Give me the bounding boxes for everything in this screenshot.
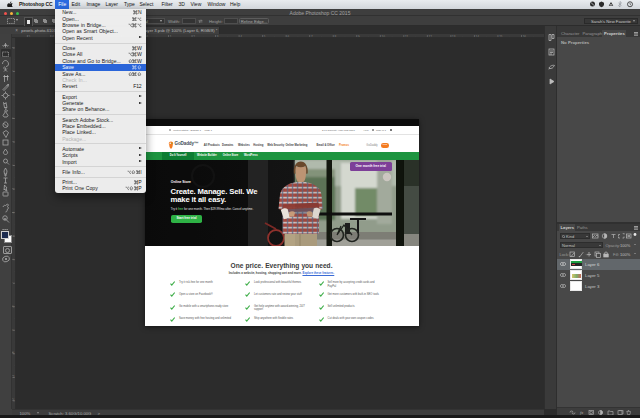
svg-text:0: 0 [146,34,148,38]
svg-text:11: 11 [405,34,408,38]
svg-text:15: 15 [499,34,503,38]
svg-text:8: 8 [334,34,336,38]
svg-text:2: 2 [193,34,195,38]
svg-text:7: 7 [310,34,312,38]
svg-text:6: 6 [12,258,15,260]
svg-text:16: 16 [522,34,526,38]
svg-text:6: 6 [287,34,289,38]
svg-text:8: 8 [12,305,15,307]
svg-text:4: 4 [12,211,15,213]
svg-text:10: 10 [12,351,15,355]
svg-text:5: 5 [28,34,30,38]
svg-text:14: 14 [475,34,479,38]
svg-text:fx: fx [580,410,583,415]
svg-text:4: 4 [240,34,242,38]
svg-text:3: 3 [216,34,218,38]
svg-text:2: 2 [12,70,15,72]
svg-text:12: 12 [428,34,432,38]
svg-text:1: 1 [12,141,15,143]
svg-text:10: 10 [381,34,385,38]
svg-text:11: 11 [12,374,15,377]
svg-text:12: 12 [12,398,15,402]
svg-text:3: 3 [12,47,15,49]
svg-text:4: 4 [52,34,54,38]
svg-text:1: 1 [169,34,171,38]
svg-text:9: 9 [357,34,359,38]
svg-text:2: 2 [12,164,15,166]
svg-text:5: 5 [12,235,15,237]
svg-text:5: 5 [263,34,265,38]
svg-text:13: 13 [452,34,456,38]
svg-text:1: 1 [12,94,15,96]
svg-text:0: 0 [12,117,15,119]
svg-text:3: 3 [12,188,15,190]
svg-text:7: 7 [12,282,15,284]
svg-text:9: 9 [12,329,15,331]
